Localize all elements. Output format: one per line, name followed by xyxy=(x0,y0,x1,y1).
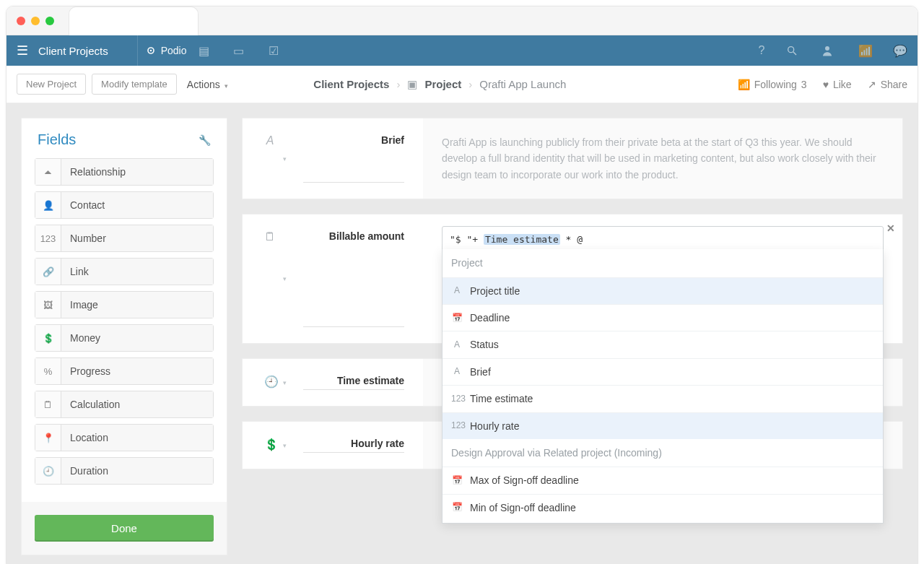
ac-item[interactable]: 📅Min of Sign-off deadline xyxy=(443,494,883,521)
maximize-icon[interactable] xyxy=(45,17,54,25)
chat-icon[interactable]: 💬 xyxy=(890,44,910,58)
ac-item[interactable]: AProject title xyxy=(443,277,883,304)
podio-icon xyxy=(145,45,157,56)
ac-item-icon: 123 xyxy=(451,419,463,433)
app-window: ☰ Client Projects Podio ▤ ▭ ☑ ? 📶 💬 New … xyxy=(6,6,918,564)
ac-item-icon: A xyxy=(451,365,463,378)
ac-item[interactable]: 123Hourly rate xyxy=(443,412,883,439)
ac-item[interactable]: 📅Deadline xyxy=(443,304,883,331)
field-option-image[interactable]: 🖼Image xyxy=(35,291,214,318)
field-option-calculation[interactable]: 🗒Calculation xyxy=(35,391,214,418)
svg-point-1 xyxy=(149,50,152,52)
duration-type-icon: 🕘 xyxy=(264,375,276,390)
calendar-icon[interactable]: ▭ xyxy=(229,44,249,58)
ac-item-icon: 📅 xyxy=(451,474,463,487)
field-option-number[interactable]: 123Number xyxy=(35,225,214,252)
ac-item-icon: 📅 xyxy=(451,311,463,325)
calculation-type-icon: 🗒 xyxy=(264,230,276,327)
field-option-contact[interactable]: 👤Contact xyxy=(35,191,214,219)
user-menu-icon[interactable] xyxy=(821,44,841,57)
field-option-label: Relationship xyxy=(61,159,213,185)
follow-toggle[interactable]: 📶 Following 3 xyxy=(738,79,807,90)
svg-line-3 xyxy=(793,52,796,55)
ac-item-label: Hourly rate xyxy=(470,418,519,434)
rss-icon: 📶 xyxy=(738,79,750,90)
calc-token: Time estimate xyxy=(484,234,560,245)
field-option-label: Link xyxy=(61,259,213,285)
progress-icon: % xyxy=(35,358,61,384)
image-icon: 🖼 xyxy=(35,292,61,318)
fields-list: ⏶Relationship👤Contact123Number🔗Link🖼Imag… xyxy=(22,154,227,502)
field-option-link[interactable]: 🔗Link xyxy=(35,258,214,285)
chevron-down-icon[interactable]: ▾ xyxy=(283,275,287,282)
app-name: Podio xyxy=(161,45,187,56)
menu-icon[interactable]: ☰ xyxy=(6,43,38,58)
field-option-progress[interactable]: %Progress xyxy=(35,357,214,385)
fields-panel: Fields 🔧 ⏶Relationship👤Contact123Number🔗… xyxy=(21,118,227,555)
field-label: Brief xyxy=(303,134,404,183)
field-option-duration[interactable]: 🕘Duration xyxy=(35,457,214,485)
autocomplete-dropdown: Project AProject title📅DeadlineAStatusAB… xyxy=(442,249,884,524)
brief-card: A ▾ Brief Qrafti App is launching public… xyxy=(242,118,903,199)
done-button[interactable]: Done xyxy=(35,515,214,542)
search-icon[interactable] xyxy=(786,45,806,56)
chevron-down-icon[interactable]: ▾ xyxy=(283,442,287,449)
number-icon: 123 xyxy=(35,225,61,251)
money-type-icon: 💲 xyxy=(264,438,276,453)
heart-icon: ♥ xyxy=(823,79,829,90)
field-option-label: Money xyxy=(61,325,213,351)
breadcrumb-item[interactable]: Qrafti App Launch xyxy=(479,78,566,90)
field-option-location[interactable]: 📍Location xyxy=(35,424,214,451)
ac-item-label: Deadline xyxy=(470,310,510,326)
close-icon[interactable] xyxy=(17,17,25,25)
ac-item-label: Status xyxy=(470,337,499,352)
ac-section-header: Design Approval via Related project (Inc… xyxy=(443,439,883,467)
close-icon[interactable]: ✕ xyxy=(886,220,895,236)
share-button[interactable]: ↗ Share xyxy=(868,79,907,90)
share-icon: ↗ xyxy=(868,79,876,90)
contact-icon: 👤 xyxy=(35,192,61,218)
field-option-label: Calculation xyxy=(61,391,213,417)
svg-point-2 xyxy=(788,47,794,53)
ac-item-icon: A xyxy=(451,338,463,352)
browser-chrome xyxy=(6,6,918,35)
help-icon[interactable]: ? xyxy=(751,44,772,57)
fields-title: Fields xyxy=(38,131,76,148)
svg-point-4 xyxy=(825,46,829,51)
money-icon: 💲 xyxy=(35,325,61,351)
ac-item-label: Min of Sign-off deadline xyxy=(470,500,576,516)
chevron-down-icon[interactable]: ▾ xyxy=(283,379,287,386)
ac-item[interactable]: ABrief xyxy=(443,358,883,385)
modify-template-button[interactable]: Modify template xyxy=(92,74,177,95)
minimize-icon[interactable] xyxy=(31,17,40,25)
new-project-button[interactable]: New Project xyxy=(17,74,86,95)
like-button[interactable]: ♥ Like xyxy=(823,79,852,90)
ac-item[interactable]: 123Time estimate xyxy=(443,385,883,412)
browser-tab[interactable] xyxy=(69,6,199,35)
tasks-icon[interactable]: ☑ xyxy=(263,44,284,58)
field-label: Billable amount xyxy=(303,230,404,327)
field-option-relationship[interactable]: ⏶Relationship xyxy=(35,158,214,186)
app-logo[interactable]: Podio xyxy=(145,45,187,56)
contacts-icon[interactable]: ▤ xyxy=(194,44,214,58)
field-option-money[interactable]: 💲Money xyxy=(35,324,214,352)
field-option-label: Contact xyxy=(61,192,213,218)
ac-item[interactable]: 📅Max of Sign-off deadline xyxy=(443,467,883,493)
feed-icon[interactable]: 📶 xyxy=(855,44,876,58)
top-nav: ☰ Client Projects Podio ▤ ▭ ☑ ? 📶 💬 xyxy=(6,35,918,66)
ac-item-icon: A xyxy=(451,284,463,298)
breadcrumb-root[interactable]: Client Projects xyxy=(313,78,389,90)
workspace-title[interactable]: Client Projects xyxy=(38,45,130,57)
chevron-down-icon[interactable]: ▾ xyxy=(283,155,287,162)
location-icon: 📍 xyxy=(35,425,61,451)
field-option-label: Location xyxy=(61,425,213,451)
field-option-label: Image xyxy=(61,292,213,318)
wrench-icon[interactable]: 🔧 xyxy=(199,134,211,146)
field-label: Hourly rate xyxy=(303,438,404,453)
ac-item-icon: 123 xyxy=(451,392,463,406)
actions-menu[interactable]: Actions ▾ xyxy=(187,79,228,90)
field-option-label: Duration xyxy=(61,458,213,484)
ac-item-label: Max of Sign-off deadline xyxy=(470,472,579,488)
ac-item[interactable]: AStatus xyxy=(443,331,883,357)
breadcrumb-app[interactable]: Project xyxy=(424,78,461,90)
